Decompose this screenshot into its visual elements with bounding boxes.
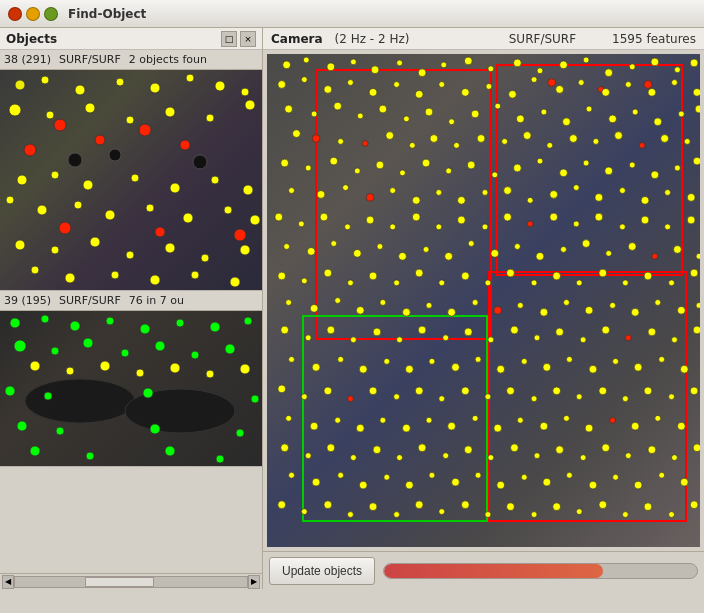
svg-point-178	[513, 164, 521, 172]
svg-point-218	[573, 221, 579, 227]
svg-point-179	[537, 158, 543, 164]
scroll-right-arrow[interactable]: ▶	[248, 575, 260, 589]
expand-icon[interactable]: □	[221, 31, 237, 47]
svg-point-348	[540, 422, 548, 430]
svg-point-228	[377, 244, 383, 250]
svg-point-196	[504, 187, 512, 195]
svg-point-377	[359, 481, 367, 489]
update-objects-button[interactable]: Update objects	[269, 557, 375, 585]
svg-point-159	[502, 138, 508, 144]
svg-point-163	[593, 138, 599, 144]
scroll-left-arrow[interactable]: ◀	[2, 575, 14, 589]
svg-point-149	[695, 105, 700, 113]
svg-point-93	[350, 59, 356, 65]
svg-point-308	[475, 356, 481, 362]
svg-point-11	[126, 116, 134, 124]
maximize-button[interactable]	[44, 7, 58, 21]
object2-algo: SURF/SURF	[59, 294, 121, 307]
svg-point-3	[116, 78, 124, 86]
svg-point-76	[25, 379, 135, 423]
svg-point-399	[439, 509, 445, 515]
svg-point-95	[397, 60, 403, 66]
svg-point-119	[439, 82, 445, 88]
svg-point-250	[439, 280, 445, 286]
svg-point-232	[468, 241, 474, 247]
svg-point-217	[550, 213, 558, 221]
svg-point-328	[507, 387, 515, 395]
svg-point-221	[641, 216, 649, 224]
svg-point-63	[51, 347, 59, 355]
svg-point-117	[598, 86, 604, 92]
svg-point-357	[327, 444, 335, 452]
svg-point-271	[494, 306, 502, 314]
svg-point-12	[165, 107, 175, 117]
svg-point-285	[373, 328, 381, 336]
svg-point-30	[6, 196, 14, 204]
svg-point-60	[210, 322, 220, 332]
svg-point-125	[578, 80, 584, 86]
left-scrollbar-track[interactable]	[14, 576, 248, 588]
svg-point-330	[553, 387, 561, 395]
svg-point-82	[17, 421, 27, 431]
svg-point-278	[655, 300, 661, 306]
svg-point-138	[449, 119, 455, 125]
svg-point-86	[30, 446, 40, 456]
svg-point-262	[286, 300, 292, 306]
svg-point-169	[305, 165, 311, 171]
svg-point-205	[275, 213, 283, 221]
svg-point-353	[655, 415, 661, 421]
svg-point-50	[111, 271, 119, 279]
svg-point-263	[310, 304, 318, 312]
svg-point-368	[580, 455, 586, 461]
svg-point-144	[586, 106, 592, 112]
svg-point-297	[648, 328, 656, 336]
left-scrollbar-thumb[interactable]	[85, 577, 155, 587]
object1-id: 38 (291)	[4, 53, 51, 66]
camera-header: Camera (2 Hz - 2 Hz) SURF/SURF 1595 feat…	[263, 28, 704, 50]
svg-point-114	[394, 82, 400, 88]
main-area: Objects □ × 38 (291) SURF/SURF 2 objects…	[0, 28, 704, 589]
svg-point-101	[537, 68, 543, 74]
progress-bar	[383, 563, 698, 579]
svg-point-313	[589, 365, 597, 373]
svg-point-142	[541, 109, 547, 115]
svg-point-55	[41, 315, 49, 323]
svg-point-306	[429, 358, 435, 364]
svg-point-66	[155, 341, 165, 351]
svg-point-390	[659, 472, 665, 478]
svg-point-340	[356, 424, 364, 432]
svg-point-160	[523, 132, 531, 140]
svg-point-233	[491, 249, 499, 257]
svg-point-53	[230, 277, 240, 287]
svg-point-251	[461, 272, 469, 280]
svg-point-325	[439, 396, 445, 402]
svg-point-102	[560, 61, 568, 69]
svg-point-112	[348, 80, 354, 86]
svg-point-291	[511, 326, 519, 334]
left-scrollbar[interactable]: ◀ ▶	[0, 573, 262, 589]
svg-point-52	[191, 271, 199, 279]
svg-point-177	[492, 172, 498, 178]
svg-point-105	[629, 64, 635, 70]
svg-point-170	[330, 157, 338, 165]
svg-point-173	[400, 170, 406, 176]
svg-point-238	[606, 250, 612, 256]
svg-point-224	[284, 244, 290, 250]
svg-point-143	[563, 118, 571, 126]
svg-point-79	[44, 392, 52, 400]
svg-point-49	[65, 273, 75, 283]
svg-point-68	[225, 344, 235, 354]
svg-point-409	[669, 512, 675, 518]
minimize-button[interactable]	[26, 7, 40, 21]
svg-point-345	[472, 415, 478, 421]
svg-point-136	[403, 116, 409, 122]
svg-point-5	[186, 74, 194, 82]
svg-point-270	[472, 300, 478, 306]
svg-point-249	[415, 269, 423, 277]
svg-point-97	[441, 62, 447, 68]
svg-point-230	[423, 246, 429, 252]
close-button[interactable]	[8, 7, 22, 21]
svg-point-108	[690, 59, 698, 67]
close-objects-icon[interactable]: ×	[240, 31, 256, 47]
svg-point-65	[121, 349, 129, 357]
